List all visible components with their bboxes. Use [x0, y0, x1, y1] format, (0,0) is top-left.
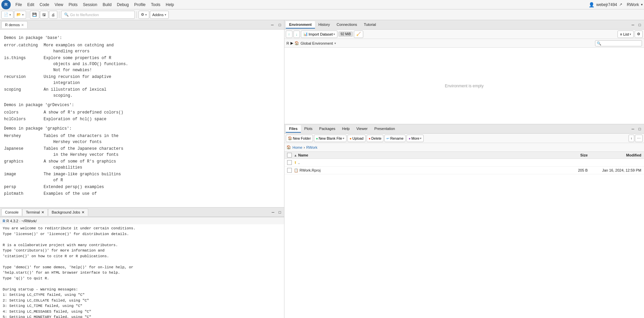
files-maximize-button[interactable]: □: [637, 126, 643, 132]
menu-tools[interactable]: Tools: [148, 1, 163, 8]
clear-console-button[interactable]: 🧹: [354, 31, 363, 38]
files-tab-viewer[interactable]: Viewer: [353, 125, 371, 133]
demo-desc: An illustration of lexical scoping.: [44, 87, 106, 99]
import-label: Import Dataset: [309, 32, 333, 36]
console-content[interactable]: You are welcome to redistribute it under…: [0, 224, 284, 318]
import-dataset-button[interactable]: 📊 Import Dataset ▾: [301, 31, 337, 38]
console-tab-console[interactable]: Console: [1, 209, 22, 216]
parent-row-checkbox[interactable]: [287, 160, 292, 165]
files-tab-plots[interactable]: Plots: [301, 125, 316, 133]
save-button[interactable]: 💾: [30, 11, 39, 19]
files-rproj-row[interactable]: 📋 RWork.Rproj 205 B Jan 16, 2024, 12:59 …: [284, 167, 644, 174]
env-tab-tutorial[interactable]: Tutorial: [361, 21, 379, 29]
env-selector-label[interactable]: Global Environment: [301, 41, 333, 45]
list-item: graphics A show of some of R's graphics …: [4, 158, 280, 171]
editor-maximize-button[interactable]: □: [277, 22, 283, 28]
addins-button[interactable]: Addins ▾: [150, 11, 169, 19]
menu-edit[interactable]: Edit: [24, 1, 37, 8]
env-load-button[interactable]: ↑: [286, 31, 292, 38]
demo-name: error.catching: [4, 42, 41, 54]
console-line: [3, 259, 281, 265]
editor-minimize-button[interactable]: ─: [269, 22, 275, 28]
files-tab-presentation[interactable]: Presentation: [371, 125, 398, 133]
rwork-path-label[interactable]: RWork: [306, 145, 317, 149]
files-select-all[interactable]: [287, 153, 292, 157]
demo-name: graphics: [4, 158, 41, 171]
delete-button[interactable]: ● Delete: [367, 135, 384, 142]
rproj-file-label: RWork.Rproj: [300, 168, 321, 172]
rproj-file-icon: 📋: [294, 168, 299, 172]
env-search-input[interactable]: [595, 40, 642, 46]
env-settings-button[interactable]: ⚙: [635, 31, 643, 38]
new-folder-button[interactable]: 🏠 New Folder: [286, 135, 313, 142]
main-toolbar: 📄 ▾ 📂 ▾ 💾 🖫 🖨 🔍 Go to file/function ⚙ ▾ …: [0, 9, 644, 20]
save-all-button[interactable]: 🖫: [40, 11, 48, 19]
console-tab-bar-right: ─ □: [270, 209, 283, 215]
col-header-size: Size: [561, 153, 588, 157]
demo-desc: Tables of the Japanese characters in the…: [44, 146, 123, 158]
col-header-name: ▲ Name: [294, 153, 561, 157]
r-version-icon: R: [3, 219, 5, 223]
files-tab-help[interactable]: Help: [339, 125, 353, 133]
demo-desc: Extended persp() examples: [44, 184, 104, 190]
console-minimize-button[interactable]: ─: [270, 209, 276, 215]
env-minimize-button[interactable]: ─: [630, 22, 636, 28]
open-file-button[interactable]: 📂 ▾: [14, 11, 26, 19]
menu-debug[interactable]: Debug: [114, 1, 131, 8]
goto-file-function[interactable]: 🔍 Go to file/function: [61, 11, 135, 19]
delete-icon: ●: [369, 136, 371, 140]
demo-name: colors: [4, 109, 41, 116]
new-blank-file-icon: ●: [316, 136, 318, 140]
env-tab-connections[interactable]: Connections: [333, 21, 360, 29]
env-selector-arrow[interactable]: ▾: [334, 42, 336, 45]
home-path-label[interactable]: Home: [292, 145, 302, 149]
terminal-tab-close[interactable]: ✕: [41, 210, 44, 215]
files-parent-row[interactable]: ⬆ ..: [284, 159, 644, 167]
files-nav-up-button[interactable]: ↑: [629, 135, 634, 142]
menu-plots[interactable]: Plots: [66, 1, 80, 8]
home-icon: 🏠: [294, 41, 299, 45]
editor-area: R demos ✕ ─ □ Demos in package 'base': e…: [0, 20, 284, 207]
files-panel: Files Plots Packages Help Viewer Present…: [284, 124, 644, 318]
new-file-button[interactable]: 📄 ▾: [1, 11, 13, 19]
options-arrow: ▾: [145, 13, 147, 16]
list-item: recursion Using recursion for adaptive i…: [4, 74, 280, 86]
files-more-options-button[interactable]: ⋯: [635, 135, 643, 142]
console-tab-background-jobs[interactable]: Background Jobs ✕: [48, 209, 88, 216]
console-maximize-button[interactable]: □: [277, 209, 283, 215]
menu-session[interactable]: Session: [80, 1, 100, 8]
tab-rdemos-close[interactable]: ✕: [21, 23, 24, 27]
list-view-button[interactable]: ≡ List ▾: [618, 31, 634, 38]
menu-build[interactable]: Build: [100, 1, 114, 8]
console-tab-terminal[interactable]: Terminal ✕: [22, 209, 48, 216]
open-arrow: ▾: [22, 13, 24, 16]
files-minimize-button[interactable]: ─: [630, 126, 636, 132]
env-maximize-button[interactable]: □: [637, 22, 643, 28]
rename-button[interactable]: ↩ Rename: [384, 135, 406, 142]
menu-code[interactable]: Code: [37, 1, 52, 8]
env-tab-environment[interactable]: Environment: [286, 21, 315, 29]
env-save-button[interactable]: ↓: [293, 31, 300, 38]
rproj-row-checkbox[interactable]: [287, 168, 292, 173]
editor-tab-rdemos[interactable]: R demos ✕: [1, 21, 28, 28]
new-blank-file-button[interactable]: ● New Blank File ▾: [314, 135, 346, 142]
editor-tab-bar: R demos ✕ ─ □: [0, 20, 284, 30]
menu-help[interactable]: Help: [163, 1, 177, 8]
menu-profile[interactable]: Profile: [131, 1, 148, 8]
upload-button[interactable]: ● Upload: [347, 135, 366, 142]
addins-label: Addins: [152, 13, 164, 17]
env-tab-history[interactable]: History: [315, 21, 333, 29]
console-line: 3: Setting LC_TIME failed, using "C": [3, 303, 281, 309]
parent-dir-icon: ⬆: [294, 161, 297, 165]
files-tab-files[interactable]: Files: [286, 125, 301, 133]
rstudio-logo: R: [1, 0, 11, 9]
options-icon: ⚙: [141, 12, 144, 17]
print-button[interactable]: 🖨: [49, 11, 57, 19]
more-button[interactable]: ● More ▾: [407, 135, 424, 142]
background-jobs-tab-close[interactable]: ✕: [82, 210, 85, 215]
files-path-bar: 🏠 Home › RWork: [284, 143, 644, 152]
files-tab-packages[interactable]: Packages: [316, 125, 339, 133]
menu-file[interactable]: File: [13, 1, 24, 8]
options-button[interactable]: ⚙ ▾: [139, 11, 149, 19]
menu-view[interactable]: View: [52, 1, 66, 8]
